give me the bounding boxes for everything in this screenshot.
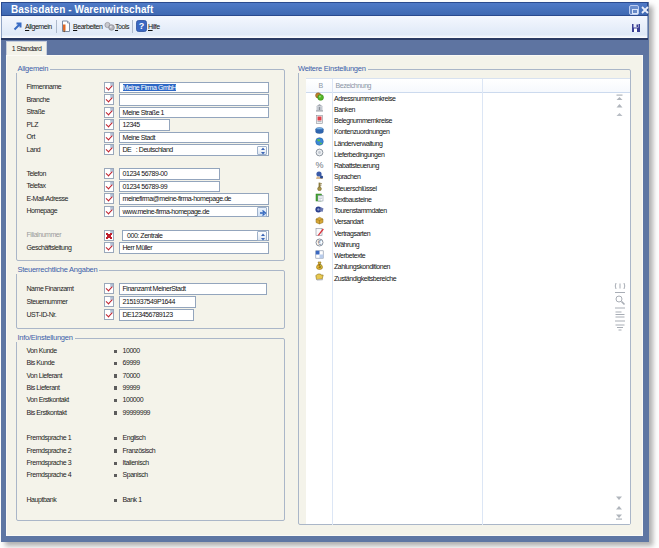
svg-text:€: € <box>318 239 322 246</box>
svg-text:?: ? <box>139 21 145 31</box>
svg-text:%: % <box>315 160 323 169</box>
